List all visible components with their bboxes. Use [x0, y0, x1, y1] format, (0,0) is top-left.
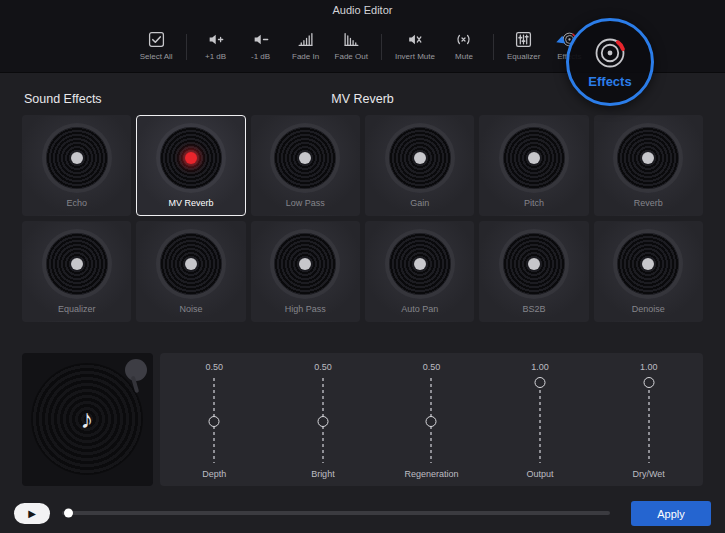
play-icon: ▶ [28, 509, 36, 519]
audio-editor-window: Audio Editor Select All +1 dB [0, 0, 725, 533]
slider-track[interactable] [213, 378, 215, 463]
slider-label: Output [527, 469, 554, 479]
effect-tile-label: Equalizer [23, 304, 130, 314]
effect-parameters-panel: 0.50 Depth 0.50 Bright 0.50 Regeneration… [160, 353, 703, 486]
vinyl-icon [160, 233, 222, 295]
window-title: Audio Editor [0, 4, 725, 16]
toolbar-minus-1db[interactable]: -1 dB [245, 31, 277, 61]
toolbar-divider [493, 34, 494, 60]
toolbar-divider [381, 34, 382, 60]
effect-tile-auto-pan[interactable]: Auto Pan [365, 221, 474, 322]
volume-up-icon [207, 31, 224, 48]
slider-thumb[interactable] [209, 416, 220, 427]
vinyl-icon [389, 233, 451, 295]
toolbar-label: Select All [140, 52, 173, 61]
effect-tile-low-pass[interactable]: Low Pass [251, 115, 360, 216]
slider-value: 0.50 [206, 362, 224, 372]
play-button[interactable]: ▶ [14, 503, 50, 524]
playback-progress-bar[interactable] [62, 511, 610, 515]
effects-callout: Effects [566, 18, 654, 106]
slider-regeneration[interactable]: 0.50 Regeneration [377, 353, 486, 486]
vinyl-icon [503, 233, 565, 295]
slider-thumb[interactable] [535, 377, 546, 388]
effect-tile-denoise[interactable]: Denoise [594, 221, 703, 322]
toolbar-label: Invert Mute [395, 52, 435, 61]
toolbar-equalizer[interactable]: Equalizer [507, 31, 540, 61]
slider-label: Dry/Wet [633, 469, 665, 479]
effect-tile-label: Auto Pan [366, 304, 473, 314]
vinyl-icon [160, 127, 222, 189]
toolbar-label: Fade Out [335, 52, 368, 61]
effect-tile-label: Noise [137, 304, 244, 314]
slider-track[interactable] [648, 378, 650, 463]
effect-tile-equalizer[interactable]: Equalizer [22, 221, 131, 322]
toolbar-fade-in[interactable]: Fade In [290, 31, 322, 61]
toolbar-label: Equalizer [507, 52, 540, 61]
music-note-icon: ♪ [81, 404, 94, 435]
select-all-icon [148, 31, 165, 48]
effect-tile-high-pass[interactable]: High Pass [251, 221, 360, 322]
slider-track[interactable] [322, 378, 324, 463]
slider-value: 1.00 [640, 362, 658, 372]
tonearm-icon [125, 359, 147, 381]
effects-icon [592, 35, 628, 71]
effect-tile-label: Reverb [595, 198, 702, 208]
effect-tile-echo[interactable]: Echo [22, 115, 131, 216]
vinyl-icon [46, 233, 108, 295]
slider-thumb[interactable] [643, 377, 654, 388]
vinyl-icon [617, 127, 679, 189]
vinyl-icon [274, 127, 336, 189]
effect-tile-label: High Pass [252, 304, 359, 314]
callout-label: Effects [588, 74, 631, 89]
toolbar-divider [186, 34, 187, 60]
effect-tile-pitch[interactable]: Pitch [479, 115, 588, 216]
slider-value: 0.50 [423, 362, 441, 372]
slider-track[interactable] [539, 378, 541, 463]
toolbar-label: +1 dB [205, 52, 226, 61]
toolbar-plus-1db[interactable]: +1 dB [200, 31, 232, 61]
effect-tile-noise[interactable]: Noise [136, 221, 245, 322]
toolbar-invert-mute[interactable]: Invert Mute [395, 31, 435, 61]
equalizer-icon [515, 31, 532, 48]
fade-out-icon [343, 31, 360, 48]
fade-in-icon [297, 31, 314, 48]
slider-dry-wet[interactable]: 1.00 Dry/Wet [594, 353, 703, 486]
vinyl-icon [274, 233, 336, 295]
effect-tile-reverb[interactable]: Reverb [594, 115, 703, 216]
turntable-preview: ♪ [22, 353, 153, 486]
progress-knob[interactable] [64, 509, 73, 518]
vinyl-icon [617, 233, 679, 295]
vinyl-disc: ♪ [31, 363, 143, 475]
effect-tile-mv-reverb[interactable]: MV Reverb [136, 115, 245, 216]
slider-thumb[interactable] [426, 416, 437, 427]
effect-tile-label: Echo [23, 198, 130, 208]
slider-label: Bright [311, 469, 335, 479]
vinyl-icon [46, 127, 108, 189]
effect-tile-label: BS2B [480, 304, 587, 314]
slider-thumb[interactable] [317, 416, 328, 427]
toolbar-label: -1 dB [251, 52, 270, 61]
vinyl-icon [389, 127, 451, 189]
effects-grid: Echo MV Reverb Low Pass Gain Pitch Rever… [22, 115, 703, 322]
toolbar-mute[interactable]: Mute [448, 31, 480, 61]
toolbar-select-all[interactable]: Select All [140, 31, 173, 61]
toolbar-label: Fade In [292, 52, 319, 61]
slider-bright[interactable]: 0.50 Bright [269, 353, 378, 486]
slider-output[interactable]: 1.00 Output [486, 353, 595, 486]
effect-tile-bs2b[interactable]: BS2B [479, 221, 588, 322]
slider-value: 0.50 [314, 362, 332, 372]
slider-depth[interactable]: 0.50 Depth [160, 353, 269, 486]
slider-label: Regeneration [404, 469, 458, 479]
mute-icon [455, 31, 472, 48]
effect-tile-gain[interactable]: Gain [365, 115, 474, 216]
slider-label: Depth [202, 469, 226, 479]
volume-down-icon [252, 31, 269, 48]
toolbar-fade-out[interactable]: Fade Out [335, 31, 368, 61]
apply-button[interactable]: Apply [631, 501, 711, 526]
slider-track[interactable] [430, 378, 432, 463]
effect-tile-label: Pitch [480, 198, 587, 208]
effect-tile-label: Low Pass [252, 198, 359, 208]
effect-tile-label: MV Reverb [137, 198, 244, 208]
invert-mute-icon [406, 31, 423, 48]
effect-tile-label: Gain [366, 198, 473, 208]
